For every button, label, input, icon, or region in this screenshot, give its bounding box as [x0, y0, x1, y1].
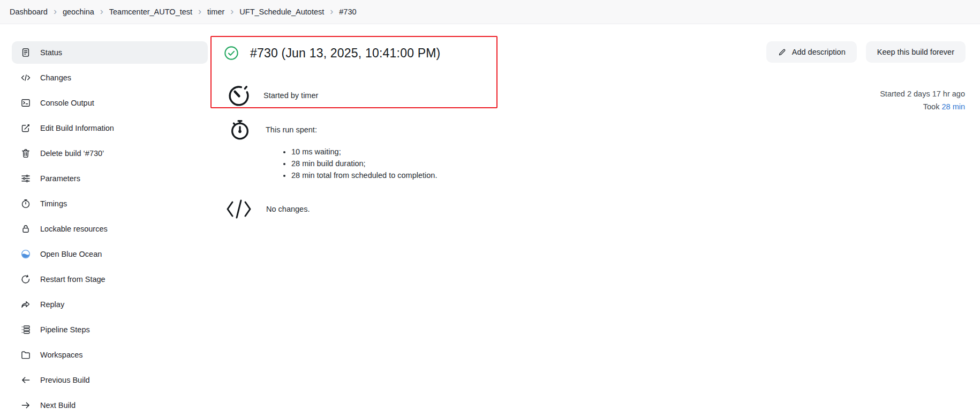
sidebar-item-label: Console Output: [40, 99, 94, 107]
add-description-label: Add description: [792, 48, 846, 56]
sidebar-item-console-output[interactable]: Console Output: [12, 92, 208, 114]
sidebar-item-label: Changes: [40, 73, 71, 82]
sidebar-item-replay[interactable]: Replay: [12, 293, 208, 316]
run-spent-item: 28 min total from scheduled to completio…: [291, 169, 625, 181]
sidebar: Status Changes Console Output Edit Build…: [0, 24, 209, 409]
breadcrumb-item-uft-schedule-autotest[interactable]: UFT_Schedule_Autotest: [239, 8, 324, 16]
sidebar-item-changes[interactable]: Changes: [12, 66, 208, 89]
build-success-check-icon: [224, 46, 239, 61]
arrow-left-icon: [20, 375, 31, 385]
sidebar-item-delete-build[interactable]: Delete build ‘#730’: [12, 142, 208, 165]
sidebar-item-previous-build[interactable]: Previous Build: [12, 369, 208, 391]
lock-icon: [20, 224, 31, 234]
edit-icon: [20, 123, 31, 133]
took-text: Took 28 min: [880, 100, 965, 113]
breadcrumb-item-timer[interactable]: timer: [207, 8, 224, 16]
build-times: Started 2 days 17 hr ago Took 28 min: [880, 87, 965, 113]
sidebar-item-edit-build-information[interactable]: Edit Build Information: [12, 117, 208, 139]
terminal-icon: [20, 98, 31, 108]
sidebar-item-workspaces[interactable]: Workspaces: [12, 344, 208, 366]
sidebar-item-timings[interactable]: Timings: [12, 192, 208, 215]
breadcrumb-separator-icon: ›: [54, 6, 57, 16]
run-spent-row: This run spent:: [229, 118, 317, 141]
sliders-icon: [20, 173, 31, 184]
breadcrumb-separator-icon: ›: [198, 6, 201, 16]
keep-build-forever-button[interactable]: Keep this build forever: [866, 41, 966, 63]
folder-icon: [20, 349, 31, 360]
sidebar-item-parameters[interactable]: Parameters: [12, 167, 208, 190]
breadcrumb-separator-icon: ›: [100, 6, 103, 16]
sidebar-item-status[interactable]: Status: [12, 41, 208, 64]
clock-icon: [20, 198, 31, 209]
sidebar-item-label: Pipeline Steps: [40, 325, 90, 334]
build-cause-text: Started by timer: [263, 91, 318, 100]
build-actions: Add description Keep this build forever: [766, 41, 966, 63]
sidebar-item-label: Next Build: [40, 401, 76, 409]
sidebar-item-label: Edit Build Information: [40, 124, 114, 132]
breadcrumb-item-dashboard[interactable]: Dashboard: [10, 8, 48, 16]
add-description-button[interactable]: Add description: [766, 41, 857, 63]
took-label: Took: [923, 102, 940, 111]
started-ago-text: Started 2 days 17 hr ago: [880, 87, 965, 100]
breadcrumb-separator-icon: ›: [330, 6, 333, 16]
no-changes-text: No changes.: [266, 205, 310, 213]
sidebar-item-label: Workspaces: [40, 351, 83, 359]
sidebar-item-label: Status: [40, 48, 62, 57]
code-icon: [20, 72, 31, 83]
sidebar-item-next-build[interactable]: Next Build: [12, 394, 208, 409]
changes-row: No changes.: [225, 198, 310, 220]
run-spent-item: 10 ms waiting;: [291, 146, 625, 158]
build-title: #730 (Jun 13, 2025, 10:41:00 PM): [250, 46, 440, 61]
sidebar-item-label: Open Blue Ocean: [40, 250, 102, 258]
code-changes-icon: [225, 198, 253, 220]
took-duration-link[interactable]: 28 min: [941, 102, 965, 111]
sidebar-item-label: Parameters: [40, 174, 80, 183]
pipeline-steps-list-icon: [20, 324, 31, 335]
arrow-right-icon: [20, 400, 31, 409]
breadcrumb-item-geochina[interactable]: geochina: [63, 8, 94, 16]
breadcrumb-item-teamcenter-auto-test[interactable]: Teamcenter_AUTO_test: [109, 8, 192, 16]
sidebar-item-label: Timings: [40, 199, 67, 208]
sidebar-item-label: Delete build ‘#730’: [40, 149, 104, 158]
build-cause-row: Started by timer: [227, 84, 318, 107]
keep-build-forever-label: Keep this build forever: [877, 48, 954, 56]
sidebar-item-restart-from-stage[interactable]: Restart from Stage: [12, 268, 208, 291]
sidebar-item-label: Lockable resources: [40, 225, 108, 233]
run-spent-heading: This run spent:: [266, 125, 317, 134]
pencil-icon: [778, 48, 787, 57]
sidebar-item-pipeline-steps[interactable]: Pipeline Steps: [12, 318, 208, 341]
run-spent-item: 28 min build duration;: [291, 158, 625, 169]
sidebar-item-label: Replay: [40, 300, 64, 309]
sidebar-item-open-blue-ocean[interactable]: Open Blue Ocean: [12, 243, 208, 265]
sidebar-item-label: Restart from Stage: [40, 275, 105, 284]
stopwatch-icon: [229, 118, 251, 141]
replay-forward-arrow-icon: [20, 299, 31, 310]
breadcrumb: Dashboard › geochina › Teamcenter_AUTO_t…: [0, 0, 980, 24]
sidebar-item-label: Previous Build: [40, 376, 90, 384]
sidebar-item-lockable-resources[interactable]: Lockable resources: [12, 218, 208, 240]
status-document-icon: [20, 47, 31, 58]
run-spent-list: 10 ms waiting; 28 min build duration; 28…: [282, 146, 625, 181]
trash-icon: [20, 148, 31, 159]
breadcrumb-separator-icon: ›: [230, 6, 233, 16]
build-title-row: #730 (Jun 13, 2025, 10:41:00 PM): [224, 46, 440, 61]
blue-ocean-wave-icon: [20, 249, 31, 259]
breadcrumb-item-build-730[interactable]: #730: [339, 8, 356, 16]
restart-circular-arrow-icon: [20, 274, 31, 285]
timer-trigger-icon: [227, 84, 251, 107]
